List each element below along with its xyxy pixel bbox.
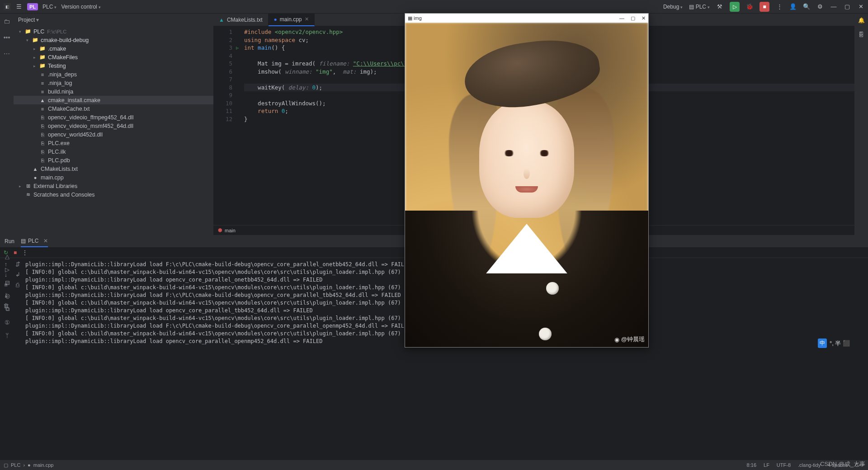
tree-item[interactable]: ⎘opencv_world452d.dll (14, 130, 213, 139)
tree-item[interactable]: ⎘opencv_videoio_msmf452_64d.dll (14, 122, 213, 130)
sb-file-icon: ● (28, 462, 31, 468)
gutter-icons: ▷ (236, 26, 244, 225)
sb-linter[interactable]: .clang-tidy (798, 462, 821, 468)
hamburger-icon[interactable]: ☰ (15, 3, 23, 10)
run-sub-icons: ⇵ ↲ ⎙ (12, 258, 24, 352)
debug-icon[interactable]: 🐞 (746, 3, 753, 10)
problems-icon[interactable]: ① (5, 319, 10, 326)
minimize-icon[interactable]: ― (830, 3, 837, 10)
gutter: 123456789101112 (213, 26, 236, 225)
tree-item[interactable]: ≡.ninja_log (14, 79, 213, 87)
sb-crumb-file[interactable]: main.cpp (33, 462, 54, 468)
settings-icon[interactable]: ⚙ (816, 3, 824, 10)
more-tool-icon[interactable]: ⋯ (3, 50, 11, 58)
win-close-icon[interactable]: ✕ (642, 15, 646, 21)
maximize-icon[interactable]: ▢ (844, 3, 851, 10)
run-button[interactable]: ▷ (730, 2, 740, 12)
debug-dropdown[interactable]: Debug (663, 4, 683, 10)
wrap-icon[interactable]: ↲ (15, 271, 20, 278)
opencv-window[interactable]: ▦ img ― ▢ ✕ ◉ @钟晨瑶 (405, 13, 649, 348)
tree-item[interactable]: ⎘PLC.pdb (14, 156, 213, 164)
project-badge: PL (27, 3, 38, 10)
func-icon: ⬢ (218, 227, 222, 233)
filter-icon[interactable]: ⇵ (15, 261, 20, 268)
tree-item[interactable]: ⎘PLC.ilk (14, 147, 213, 156)
app-menu-icon[interactable]: ◧ (4, 3, 11, 10)
tree-item[interactable]: ●main.cpp (14, 173, 213, 182)
vcs-dropdown[interactable]: Version control (61, 4, 100, 10)
sb-encoding[interactable]: UTF-8 (777, 462, 791, 468)
print-icon[interactable]: ⎙ (16, 282, 19, 288)
editor-tab[interactable]: ▲CMakeLists.txt (213, 14, 269, 26)
terminal-icon[interactable]: ⧉ (5, 306, 9, 313)
tree-item[interactable]: ▾📁cmake-build-debug (14, 36, 213, 44)
sb-cmake-icon[interactable]: ▢ (4, 462, 8, 468)
project-tree[interactable]: ▾📁PLCF:\c\PLC▾📁cmake-build-debug▸📁.cmake… (14, 26, 213, 235)
window-title: img (414, 15, 422, 21)
sb-eol[interactable]: LF (764, 462, 769, 468)
tree-item[interactable]: ▾📁PLCF:\c\PLC (14, 27, 213, 36)
tree-item[interactable]: ≡build.ninja (14, 87, 213, 96)
opencv-image: ◉ @钟晨瑶 (405, 23, 648, 347)
titlebar: ◧ ☰ PL PLC Version control Debug ▤ PLC ⚒… (0, 0, 868, 14)
right-toolbar: 🔔 🗄 (854, 14, 868, 235)
csdn-watermark: CSDN @成_大事 (820, 460, 865, 468)
run-tab[interactable]: Run (5, 235, 14, 247)
search-icon[interactable]: 🔍 (803, 3, 810, 10)
left-toolbar: 🗀 ••• ⋯ (0, 14, 14, 235)
tree-item[interactable]: ⎘PLC.exe (14, 139, 213, 147)
tree-item[interactable]: ▲cmake_install.cmake (14, 96, 213, 104)
tree-item[interactable]: ▲CMakeLists.txt (14, 164, 213, 173)
statusbar: ▢ PLC › ● main.cpp 8:16 LF UTF-8 .clang-… (0, 460, 868, 470)
cmake-icon[interactable]: △ (5, 253, 9, 260)
runconfig-dropdown[interactable]: ▤ PLC (689, 4, 710, 10)
project-panel-header[interactable]: Project ▾ (14, 14, 213, 26)
tree-item[interactable]: ▸⊞External Libraries (14, 182, 213, 190)
stop-button[interactable]: ■ (760, 2, 769, 12)
codewithme-icon[interactable]: 👤 (789, 3, 797, 10)
project-dropdown[interactable]: PLC (42, 4, 57, 10)
tree-item[interactable]: ▸📁.cmake (14, 44, 213, 53)
run-config-tab[interactable]: ▤ PLC ✕ (21, 235, 48, 247)
tree-item[interactable]: ⎘opencv_videoio_ffmpeg452_64.dll (14, 113, 213, 122)
database-icon[interactable]: 🗄 (859, 32, 864, 38)
stop-run-icon[interactable]: ■ (14, 249, 17, 256)
close-icon[interactable]: ✕ (857, 3, 864, 10)
sb-crumb-project[interactable]: PLC (11, 462, 20, 468)
tree-item[interactable]: ≡.ninja_deps (14, 70, 213, 79)
tree-item[interactable]: ≋Scratches and Consoles (14, 190, 213, 199)
more-icon[interactable]: ⋮ (776, 3, 783, 10)
editor-tab[interactable]: ●main.cpp✕ (269, 14, 315, 26)
git-icon[interactable]: ᛘ (5, 332, 9, 339)
services-icon[interactable]: ⊟ (5, 279, 10, 286)
run-more-icon[interactable]: ⋮ (22, 249, 28, 256)
win-minimize-icon[interactable]: ― (619, 15, 624, 21)
project-tool-icon[interactable]: 🗀 (3, 17, 11, 25)
notifications-icon[interactable]: 🔔 (858, 17, 865, 24)
weibo-watermark: ◉ @钟晨瑶 (614, 335, 645, 343)
debug-tool-icon[interactable]: ▷ (5, 266, 9, 273)
tree-item[interactable]: ▸📁CMakeFiles (14, 53, 213, 61)
window-icon: ▦ (408, 15, 412, 21)
opencv-window-titlebar[interactable]: ▦ img ― ▢ ✕ (405, 14, 648, 23)
project-panel: Project ▾ ▾📁PLCF:\c\PLC▾📁cmake-build-deb… (14, 14, 213, 235)
tree-item[interactable]: ≡CMakeCache.txt (14, 104, 213, 113)
tree-item[interactable]: ▸📁Testing (14, 61, 213, 70)
build-icon[interactable]: ⚒ (716, 3, 723, 10)
win-maximize-icon[interactable]: ▢ (631, 15, 635, 21)
left-bottom-icons: △ ▷ ⊟ ◎ ⧉ ① ᛘ (1, 253, 13, 339)
ime-indicator: 中°, 半 ⬛ (818, 338, 850, 348)
breakpoints-icon[interactable]: ◎ (5, 292, 10, 299)
structure-tool-icon[interactable]: ••• (3, 33, 11, 42)
sb-caret-pos[interactable]: 8:16 (747, 462, 756, 468)
